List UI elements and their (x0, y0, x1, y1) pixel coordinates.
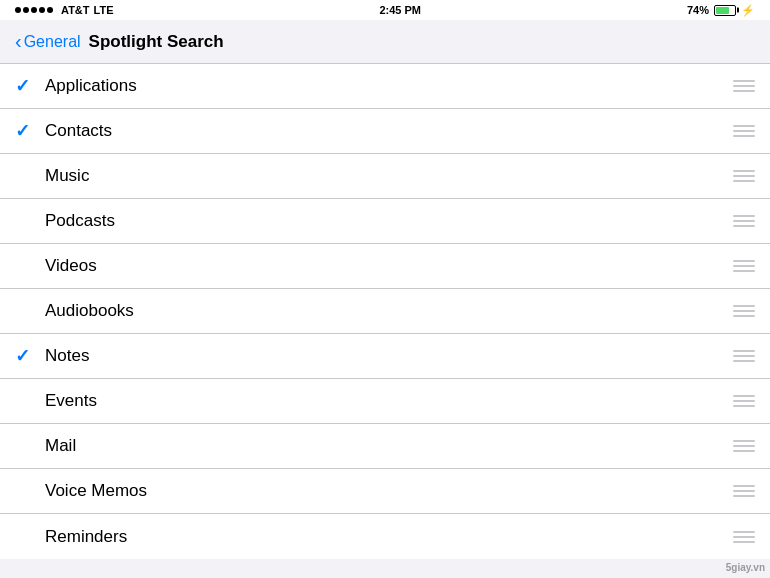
signal-dot (23, 7, 29, 13)
item-label: Applications (45, 76, 733, 96)
item-label: Contacts (45, 121, 733, 141)
item-label: Notes (45, 346, 733, 366)
reorder-handle[interactable] (733, 260, 755, 272)
reorder-line (733, 90, 755, 92)
item-label: Music (45, 166, 733, 186)
list-item[interactable]: ✓Applications (0, 64, 770, 109)
reorder-handle[interactable] (733, 350, 755, 362)
signal-dot (31, 7, 37, 13)
list-item[interactable]: Music (0, 154, 770, 199)
back-button[interactable]: ‹ General (15, 30, 81, 53)
item-label: Events (45, 391, 733, 411)
reorder-line (733, 395, 755, 397)
battery-fill (716, 7, 729, 14)
reorder-line (733, 355, 755, 357)
check-icon: ✓ (15, 345, 45, 367)
list-item[interactable]: Reminders (0, 514, 770, 559)
reorder-handle[interactable] (733, 80, 755, 92)
reorder-line (733, 85, 755, 87)
reorder-line (733, 175, 755, 177)
signal-dot (47, 7, 53, 13)
signal-dot (39, 7, 45, 13)
chevron-left-icon: ‹ (15, 30, 22, 53)
reorder-line (733, 405, 755, 407)
signal-dot (15, 7, 21, 13)
item-label: Voice Memos (45, 481, 733, 501)
reorder-line (733, 450, 755, 452)
item-label: Videos (45, 256, 733, 276)
reorder-line (733, 440, 755, 442)
reorder-handle[interactable] (733, 395, 755, 407)
list-item[interactable]: Audiobooks (0, 289, 770, 334)
reorder-line (733, 125, 755, 127)
nav-bar: ‹ General Spotlight Search (0, 20, 770, 64)
reorder-handle[interactable] (733, 305, 755, 317)
carrier-name: AT&T (61, 4, 90, 16)
battery-icon (714, 5, 736, 16)
reorder-handle[interactable] (733, 485, 755, 497)
list-item[interactable]: Voice Memos (0, 469, 770, 514)
item-label: Reminders (45, 527, 733, 547)
status-time: 2:45 PM (379, 4, 421, 16)
reorder-line (733, 490, 755, 492)
content-area: ✓Applications✓ContactsMusicPodcastsVideo… (0, 64, 770, 559)
spotlight-list: ✓Applications✓ContactsMusicPodcastsVideo… (0, 64, 770, 559)
reorder-line (733, 80, 755, 82)
reorder-line (733, 260, 755, 262)
reorder-line (733, 400, 755, 402)
signal-dots (15, 7, 53, 13)
check-icon: ✓ (15, 120, 45, 142)
reorder-line (733, 180, 755, 182)
item-label: Audiobooks (45, 301, 733, 321)
status-bar: AT&T LTE 2:45 PM 74% ⚡ (0, 0, 770, 20)
reorder-line (733, 445, 755, 447)
reorder-line (733, 485, 755, 487)
reorder-line (733, 265, 755, 267)
page-title: Spotlight Search (89, 32, 224, 52)
reorder-line (733, 305, 755, 307)
reorder-line (733, 495, 755, 497)
reorder-handle[interactable] (733, 531, 755, 543)
reorder-handle[interactable] (733, 440, 755, 452)
list-item[interactable]: ✓Contacts (0, 109, 770, 154)
list-item[interactable]: Mail (0, 424, 770, 469)
item-label: Mail (45, 436, 733, 456)
reorder-line (733, 170, 755, 172)
reorder-line (733, 225, 755, 227)
back-label: General (24, 33, 81, 51)
reorder-handle[interactable] (733, 215, 755, 227)
status-right: 74% ⚡ (687, 4, 755, 17)
reorder-line (733, 130, 755, 132)
reorder-line (733, 215, 755, 217)
check-icon: ✓ (15, 75, 45, 97)
status-left: AT&T LTE (15, 4, 113, 16)
reorder-line (733, 536, 755, 538)
list-item[interactable]: Podcasts (0, 199, 770, 244)
list-item[interactable]: ✓Notes (0, 334, 770, 379)
network-type: LTE (94, 4, 114, 16)
reorder-line (733, 135, 755, 137)
charging-icon: ⚡ (741, 4, 755, 17)
list-item[interactable]: Events (0, 379, 770, 424)
reorder-line (733, 310, 755, 312)
reorder-line (733, 315, 755, 317)
battery-icon-container (714, 5, 736, 16)
reorder-line (733, 531, 755, 533)
reorder-line (733, 220, 755, 222)
reorder-line (733, 350, 755, 352)
reorder-line (733, 270, 755, 272)
item-label: Podcasts (45, 211, 733, 231)
battery-percent: 74% (687, 4, 709, 16)
list-item[interactable]: Videos (0, 244, 770, 289)
reorder-handle[interactable] (733, 170, 755, 182)
reorder-line (733, 541, 755, 543)
reorder-handle[interactable] (733, 125, 755, 137)
reorder-line (733, 360, 755, 362)
watermark: 5giay.vn (726, 562, 765, 573)
